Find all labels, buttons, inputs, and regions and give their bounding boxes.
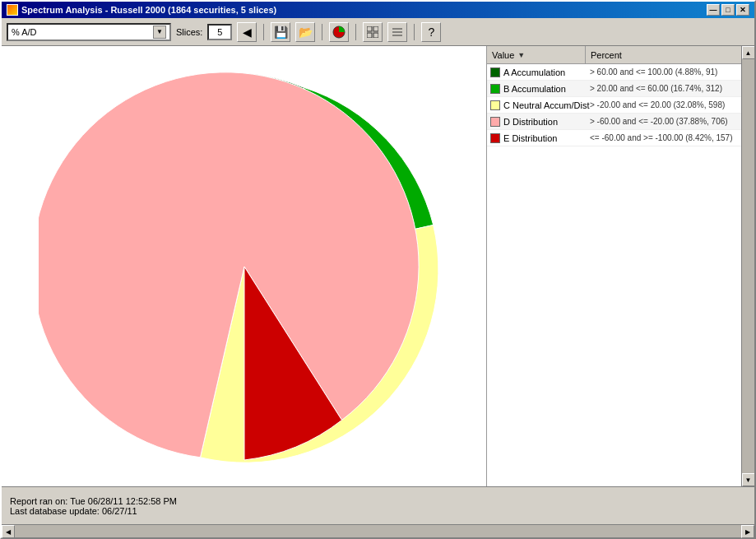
legend-value-header[interactable]: Value ▼ <box>487 46 586 63</box>
main-window: Spectrum Analysis - Russell 2000 (1864 s… <box>0 0 756 539</box>
legend-item-name: B Accumulation <box>503 84 590 94</box>
legend-color-swatch <box>490 117 500 127</box>
legend-percent-header[interactable]: Percent <box>586 46 741 63</box>
slices-input[interactable] <box>207 24 232 40</box>
indicator-dropdown[interactable]: % A/D ▼ <box>7 23 171 41</box>
toolbar-separator-1 <box>263 24 264 40</box>
scroll-left-button[interactable]: ◀ <box>2 525 15 538</box>
legend-row[interactable]: C Neutral Accum/Dist > -20.00 and <= 20.… <box>487 97 741 114</box>
legend-item-name: A Accumulation <box>503 67 590 77</box>
chart-area <box>2 46 486 486</box>
toolbar-separator-3 <box>355 24 356 40</box>
app-icon <box>7 4 18 16</box>
legend-item-range: > 60.00 and <= 100.00 (4.88%, 91) <box>590 67 717 77</box>
legend-header: Value ▼ Percent <box>487 46 741 64</box>
options-button[interactable] <box>387 22 407 42</box>
dropdown-value: % A/D <box>12 27 37 37</box>
legend-item-name: E Distribution <box>503 133 590 143</box>
legend-color-swatch <box>490 100 500 110</box>
legend-color-swatch <box>490 133 500 143</box>
slices-label: Slices: <box>176 27 202 37</box>
scroll-down-button[interactable]: ▼ <box>742 473 755 486</box>
title-buttons: — □ ✕ <box>707 4 749 16</box>
maximize-button[interactable]: □ <box>721 4 735 16</box>
toolbar: % A/D ▼ Slices: ◀ 💾 📂 <box>2 18 754 46</box>
svg-rect-3 <box>367 33 372 38</box>
sort-icon: ▼ <box>517 51 525 59</box>
dropdown-arrow[interactable]: ▼ <box>153 26 166 39</box>
title-bar-left: Spectrum Analysis - Russell 2000 (1864 s… <box>7 4 276 16</box>
legend-color-swatch <box>490 84 500 94</box>
legend-row[interactable]: B Accumulation > 20.00 and <= 60.00 (16.… <box>487 81 741 97</box>
slices-decrement-button[interactable]: ◀ <box>237 22 257 42</box>
minimize-button[interactable]: — <box>707 4 720 16</box>
legend-item-range: <= -60.00 and >= -100.00 (8.42%, 157) <box>590 133 732 142</box>
window-title: Spectrum Analysis - Russell 2000 (1864 s… <box>21 5 276 15</box>
legend-row[interactable]: A Accumulation > 60.00 and <= 100.00 (4.… <box>487 64 741 81</box>
grid-view-button[interactable] <box>363 22 383 42</box>
content-area: Value ▼ Percent A Accumulation > 60.00 a… <box>2 46 754 486</box>
open-button[interactable]: 📂 <box>295 22 315 42</box>
vertical-scrollbar: ▲ ▼ <box>741 46 754 486</box>
pie-container <box>10 54 478 478</box>
legend-item-name: C Neutral Accum/Dist <box>503 100 590 110</box>
scroll-right-button[interactable]: ▶ <box>741 525 754 538</box>
svg-rect-2 <box>373 26 378 31</box>
legend-rows: A Accumulation > 60.00 and <= 100.00 (4.… <box>487 64 741 486</box>
legend-percent-label: Percent <box>591 50 622 60</box>
toolbar-separator-2 <box>322 24 322 40</box>
help-button[interactable]: ? <box>421 22 441 42</box>
footer: Report ran on: Tue 06/28/11 12:52:58 PM … <box>2 486 754 524</box>
close-button[interactable]: ✕ <box>736 4 749 16</box>
save-button[interactable]: 💾 <box>271 22 290 42</box>
legend-color-swatch <box>490 67 500 77</box>
svg-rect-4 <box>373 33 378 38</box>
legend-row[interactable]: D Distribution > -60.00 and <= -20.00 (3… <box>487 114 741 130</box>
h-scroll-track[interactable] <box>15 525 741 537</box>
svg-rect-1 <box>367 26 372 31</box>
legend-item-range: > -60.00 and <= -20.00 (37.88%, 706) <box>590 117 728 126</box>
legend-panel: Value ▼ Percent A Accumulation > 60.00 a… <box>486 46 741 486</box>
horizontal-scrollbar: ◀ ▶ <box>2 524 754 537</box>
report-ran: Report ran on: Tue 06/28/11 12:52:58 PM <box>10 496 746 506</box>
last-update: Last database update: 06/27/11 <box>10 506 746 516</box>
legend-row[interactable]: E Distribution <= -60.00 and >= -100.00 … <box>487 130 741 146</box>
legend-item-name: D Distribution <box>503 117 590 127</box>
legend-item-range: > -20.00 and <= 20.00 (32.08%, 598) <box>590 100 725 109</box>
legend-value-label: Value <box>492 50 514 60</box>
scroll-up-button[interactable]: ▲ <box>742 46 755 59</box>
legend-item-range: > 20.00 and <= 60.00 (16.74%, 312) <box>590 84 722 93</box>
chart-type-button[interactable] <box>329 22 349 42</box>
pie-chart <box>39 61 450 472</box>
scroll-track[interactable] <box>742 59 755 473</box>
title-bar: Spectrum Analysis - Russell 2000 (1864 s… <box>2 2 754 18</box>
dropdown-arrow-icon: ▼ <box>156 28 163 35</box>
toolbar-separator-4 <box>414 24 415 40</box>
